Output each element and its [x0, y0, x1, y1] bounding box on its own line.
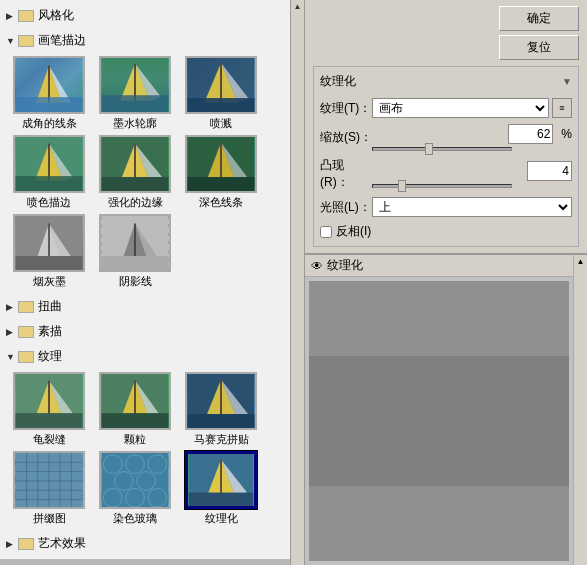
- svg-rect-43: [48, 381, 50, 418]
- label-niuqu: 扭曲: [38, 298, 62, 315]
- thumb-qianghua[interactable]: [99, 135, 171, 193]
- group-header-yishu[interactable]: ▶ 艺术效果: [0, 532, 290, 555]
- label-wenli: 纹理: [38, 348, 62, 365]
- list-item[interactable]: 染色玻璃: [94, 451, 176, 526]
- preview-scroll-arrow[interactable]: ▲: [577, 257, 585, 266]
- label-yinying: 阴影线: [119, 274, 152, 289]
- thumb-svg: [101, 453, 169, 507]
- thumb-svg: [15, 137, 83, 191]
- list-item[interactable]: 强化的边缘: [94, 135, 176, 210]
- group-niuqu: ▶ 扭曲: [0, 295, 290, 318]
- thumb-penfei[interactable]: [185, 56, 257, 114]
- svg-rect-54: [187, 414, 254, 428]
- list-item[interactable]: 成角的线条: [8, 56, 90, 131]
- label-sumiao: 素描: [38, 323, 62, 340]
- thumb-yanhui[interactable]: [13, 214, 85, 272]
- list-item[interactable]: 深色线条: [180, 135, 262, 210]
- svg-rect-48: [134, 381, 136, 418]
- label-chengjiaolingtiao: 成角的线条: [22, 116, 77, 131]
- bottom-placeholder: [0, 559, 290, 565]
- confirm-button[interactable]: 确定: [499, 6, 579, 31]
- thumb-masaike[interactable]: [185, 372, 257, 430]
- arrow-sumiao: ▶: [6, 327, 16, 337]
- thumb-pinjitu[interactable]: [13, 451, 85, 509]
- preview-label: 纹理化: [327, 257, 363, 274]
- group-header-niuqu[interactable]: ▶ 扭曲: [0, 295, 290, 318]
- texture-grid: 龟裂缝 颗粒: [0, 368, 290, 530]
- folder-icon-yishu: [18, 538, 34, 550]
- reset-button[interactable]: 复位: [499, 35, 579, 60]
- svg-rect-53: [220, 380, 222, 419]
- thumb-chengjiaolingtiao[interactable]: [13, 56, 85, 114]
- svg-rect-80: [309, 356, 569, 486]
- scale-row: 缩放(S)： %: [320, 124, 572, 151]
- thumb-svg: [101, 137, 169, 191]
- relief-row: 凸现(R)：: [320, 157, 572, 191]
- texture-list-btn[interactable]: ≡: [552, 98, 572, 118]
- label-yishu: 艺术效果: [38, 535, 86, 552]
- preview-scrollbar[interactable]: ▲: [573, 255, 587, 565]
- arrow-huabimiabian: ▼: [6, 36, 16, 46]
- left-panel-scrollbar[interactable]: ▲: [290, 0, 304, 565]
- brush-stroke-grid: 成角的线条 墨水轮廓: [0, 52, 290, 293]
- list-item[interactable]: 喷溅: [180, 56, 262, 131]
- thumb-svg: [101, 58, 169, 112]
- list-item[interactable]: 拼缀图: [8, 451, 90, 526]
- relief-slider-thumb[interactable]: [398, 180, 406, 192]
- settings-title-row: 纹理化 ▼: [320, 73, 572, 90]
- thumb-pensebiaobian[interactable]: [13, 135, 85, 193]
- thumb-keli[interactable]: [99, 372, 171, 430]
- thumb-shense[interactable]: [185, 135, 257, 193]
- svg-rect-44: [15, 413, 82, 428]
- group-header-huabimiabian[interactable]: ▼ 画笔描边: [0, 29, 290, 52]
- list-item[interactable]: 颗粒: [94, 372, 176, 447]
- preview-svg: [309, 281, 569, 561]
- thumb-wenlihua[interactable]: [185, 451, 257, 509]
- scroll-up-arrow[interactable]: ▲: [294, 2, 302, 11]
- list-item[interactable]: 墨水轮廓: [94, 56, 176, 131]
- lighting-row: 光照(L)： 上 下 左 右: [320, 197, 572, 217]
- list-item[interactable]: 马赛克拼贴: [180, 372, 262, 447]
- folder-icon-wenli: [18, 351, 34, 363]
- invert-row: 反相(I): [320, 223, 572, 240]
- group-header-fengge[interactable]: ▶ 风格化: [0, 4, 290, 27]
- folder-icon-huabimiabian: [18, 35, 34, 47]
- scale-input[interactable]: [508, 124, 553, 144]
- thumb-svg: [15, 216, 83, 270]
- texture-type-row: 纹理(T)： 画布 砖形 粗麻布 砂岩 ≡: [320, 98, 572, 118]
- group-header-sumiao[interactable]: ▶ 素描: [0, 320, 290, 343]
- label-yanhui: 烟灰墨: [33, 274, 66, 289]
- arrow-yishu: ▶: [6, 539, 16, 549]
- list-item[interactable]: 龟裂缝: [8, 372, 90, 447]
- scale-slider-thumb[interactable]: [425, 143, 433, 155]
- relief-input[interactable]: [527, 161, 572, 181]
- texture-type-select[interactable]: 画布 砖形 粗麻布 砂岩: [372, 98, 549, 118]
- svg-rect-78: [220, 459, 222, 497]
- list-item[interactable]: 喷色描边: [8, 135, 90, 210]
- right-top-area: 确定 复位 纹理化 ▼ 纹理(T)： 画布 砖形 粗麻布 砂岩 ≡: [305, 0, 587, 254]
- svg-rect-13: [220, 63, 222, 103]
- lighting-label: 光照(L)：: [320, 199, 372, 216]
- group-header-wenli[interactable]: ▼ 纹理: [0, 345, 290, 368]
- thumb-moshuiluankuo[interactable]: [99, 56, 171, 114]
- list-item[interactable]: 烟灰墨: [8, 214, 90, 289]
- group-huabimiabian: ▼ 画笔描边: [0, 29, 290, 293]
- list-item[interactable]: 阴影线: [94, 214, 176, 289]
- thumb-svg: [187, 58, 255, 112]
- relief-slider[interactable]: [372, 184, 512, 188]
- settings-group-label: 纹理化: [320, 73, 356, 90]
- thumb-ranse[interactable]: [99, 451, 171, 509]
- lighting-select[interactable]: 上 下 左 右: [372, 197, 572, 217]
- filter-list-scroll[interactable]: ▶ 风格化 ▼ 画笔描边: [0, 0, 290, 565]
- svg-rect-28: [220, 143, 222, 182]
- thumb-guipofeng[interactable]: [13, 372, 85, 430]
- list-item[interactable]: 纹理化: [180, 451, 262, 526]
- thumb-svg: [15, 58, 83, 112]
- invert-label: 反相(I): [336, 223, 371, 240]
- thumb-yinying[interactable]: [99, 214, 171, 272]
- svg-rect-66: [101, 453, 168, 507]
- label-masaike: 马赛克拼贴: [194, 432, 249, 447]
- invert-checkbox[interactable]: [320, 226, 332, 238]
- svg-rect-14: [187, 98, 254, 112]
- scale-slider[interactable]: [372, 147, 512, 151]
